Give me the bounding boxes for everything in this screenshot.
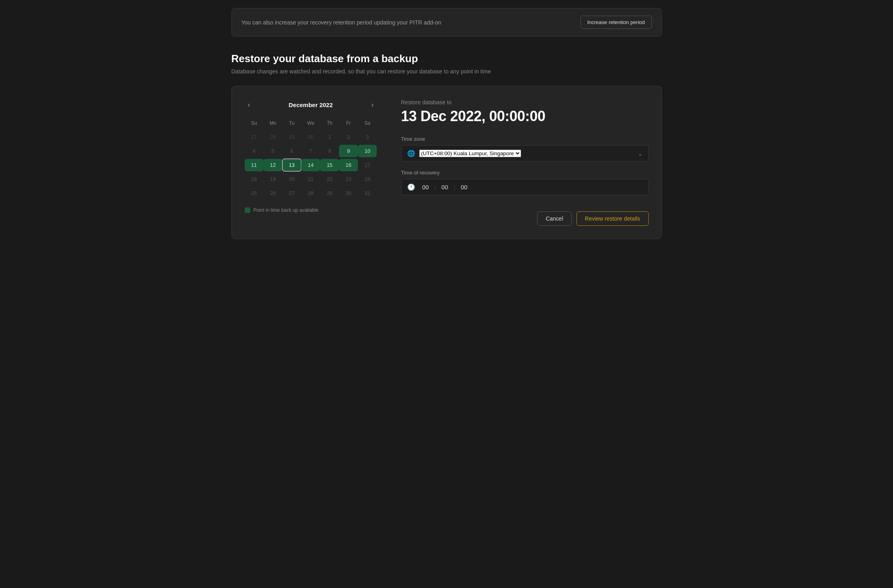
calendar-day-header: Fr [339,119,358,128]
page-subtitle: Database changes are watched and recorde… [231,68,662,75]
calendar-day-cell: 23 [339,173,358,185]
calendar-day-header: Th [320,119,339,128]
calendar-day-header: Sa [358,119,377,128]
legend-text: Point in time back up available [254,207,319,213]
restore-label: Restore database to [401,99,649,105]
calendar-day-cell[interactable]: 16 [339,159,358,171]
calendar-week-row: 11121314151617 [245,159,377,171]
globe-icon: 🌐 [407,150,415,157]
calendar-week-row: 45678910 [245,145,377,157]
calendar-day-cell[interactable]: 11 [245,159,264,171]
calendar-header-row: SuMoTuWeThFrSa [245,119,377,128]
review-restore-button[interactable]: Review restore details [576,211,649,226]
clock-icon: 🕐 [407,183,415,191]
calendar-day-cell: 5 [264,145,282,157]
action-buttons: Cancel Review restore details [401,211,649,226]
calendar-day-cell[interactable]: 15 [320,159,339,171]
cancel-button[interactable]: Cancel [537,211,572,226]
calendar-day-cell: 17 [358,159,377,171]
calendar-day-cell: 27 [282,187,301,199]
time-of-recovery: 🕐 : : [401,179,649,195]
timezone-select[interactable]: (UTC+08:00) Kuala Lumpur, Singapore [419,150,521,157]
calendar-day-cell: 7 [301,145,320,157]
calendar-day-cell: 3 [358,131,377,143]
calendar-day-cell: 22 [320,173,339,185]
calendar-day-cell: 29 [320,187,339,199]
calendar-day-cell: 2 [339,131,358,143]
calendar-day-cell: 19 [264,173,282,185]
calendar-day-cell[interactable]: 13 [282,159,301,171]
calendar-day-cell[interactable]: 14 [301,159,320,171]
calendar-day-cell: 31 [358,187,377,199]
calendar-day-cell: 26 [264,187,282,199]
retention-banner: You can also increase your recovery rete… [231,8,662,36]
calendar-day-cell[interactable]: 10 [358,145,377,157]
time-seconds-input[interactable] [459,184,470,191]
calendar-week-row: 27282930123 [245,131,377,143]
page-header: Restore your database from a backup Data… [231,53,662,75]
calendar-month-label: December 2022 [288,101,333,108]
time-separator-1: : [434,184,436,191]
calendar-day-header: Su [245,119,264,128]
calendar-day-cell: 8 [320,145,339,157]
calendar-day-cell: 4 [245,145,264,157]
calendar-day-cell[interactable]: 12 [264,159,282,171]
calendar-week-row: 25262728293031 [245,187,377,199]
calendar-section: ‹ December 2022 › SuMoTuWeThFrSa 2728293… [245,99,377,226]
calendar-day-cell: 6 [282,145,301,157]
time-minutes-input[interactable] [439,184,451,191]
calendar-day-cell: 21 [301,173,320,185]
calendar-day-cell: 28 [264,131,282,143]
time-label: Time of recovery [401,170,649,176]
calendar-nav: ‹ December 2022 › [245,99,377,111]
calendar-day-header: Mo [264,119,282,128]
calendar-legend: Point in time back up available [245,207,377,213]
timezone-label: Time zone [401,136,649,142]
calendar-day-cell: 30 [339,187,358,199]
legend-box [245,207,250,213]
restore-section: Restore database to 13 Dec 2022, 00:00:0… [401,99,649,226]
calendar-day-cell: 24 [358,173,377,185]
calendar-day-cell: 28 [301,187,320,199]
time-hours-input[interactable] [420,184,431,191]
increase-retention-button[interactable]: Increase retention period [580,16,652,29]
calendar-day-header: Tu [282,119,301,128]
calendar-grid: SuMoTuWeThFrSa 2728293012345678910111213… [245,119,377,199]
calendar-day-cell: 25 [245,187,264,199]
time-separator-2: : [454,184,455,191]
calendar-week-row: 18192021222324 [245,173,377,185]
next-month-button[interactable]: › [368,99,377,111]
page-title: Restore your database from a backup [231,53,662,65]
calendar-day-cell: 20 [282,173,301,185]
calendar-day-cell: 29 [282,131,301,143]
timezone-selector[interactable]: 🌐 (UTC+08:00) Kuala Lumpur, Singapore [401,145,649,162]
calendar-day-cell[interactable]: 9 [339,145,358,157]
restore-date: 13 Dec 2022, 00:00:00 [401,108,649,125]
calendar-day-cell: 30 [301,131,320,143]
main-card: ‹ December 2022 › SuMoTuWeThFrSa 2728293… [231,86,662,239]
prev-month-button[interactable]: ‹ [245,99,254,111]
calendar-day-cell: 18 [245,173,264,185]
calendar-day-cell: 1 [320,131,339,143]
calendar-day-header: We [301,119,320,128]
banner-text: You can also increase your recovery rete… [242,19,441,26]
time-inputs: : : [420,184,470,191]
calendar-day-cell: 27 [245,131,264,143]
